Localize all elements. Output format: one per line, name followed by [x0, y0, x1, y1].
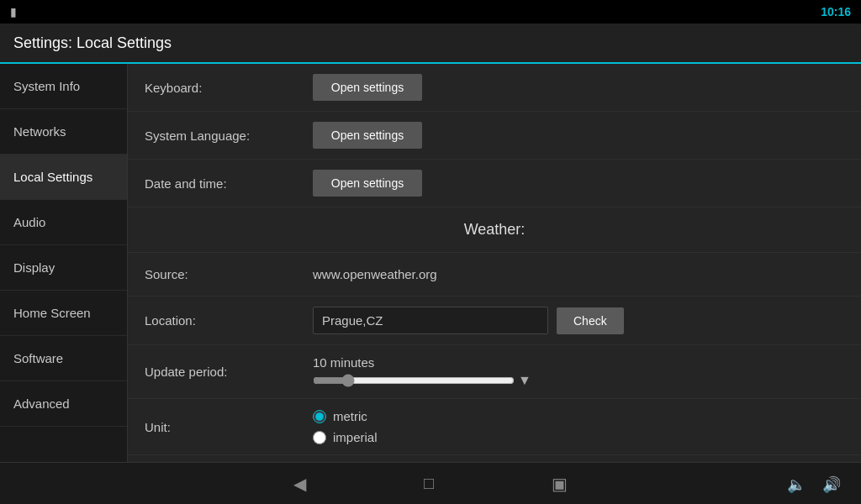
status-bar: ▮ 10:16 — [0, 0, 861, 24]
date-time-open-settings-button[interactable]: Open settings — [313, 170, 422, 197]
sidebar-item-home-screen[interactable]: Home Screen — [0, 291, 127, 336]
source-value: www.openweather.org — [313, 267, 437, 281]
content-area: Keyboard: Open settings System Language:… — [128, 64, 861, 462]
main-layout: System Info Networks Local Settings Audi… — [0, 64, 861, 462]
date-time-row: Date and time: Open settings — [128, 160, 861, 207]
source-row: Source: www.openweather.org — [128, 253, 861, 297]
unit-radio-group: metric imperial — [313, 409, 844, 444]
volume-up-icon[interactable]: 🔊 — [822, 475, 841, 494]
update-period-slider[interactable] — [313, 374, 515, 387]
battery-icon: ▮ — [10, 5, 17, 18]
source-label: Source: — [145, 267, 313, 281]
unit-metric-radio[interactable] — [313, 410, 326, 423]
sidebar-item-software[interactable]: Software — [0, 336, 127, 381]
sidebar-item-audio[interactable]: Audio — [0, 200, 127, 245]
location-label: Location: — [145, 313, 313, 328]
check-button[interactable]: Check — [557, 307, 624, 334]
back-icon[interactable]: ◀ — [293, 474, 306, 494]
unit-label: Unit: — [145, 420, 313, 434]
bottom-right-volume-icons: 🔈 🔊 — [787, 475, 841, 494]
system-language-row: System Language: Open settings — [128, 112, 861, 160]
keyboard-row: Keyboard: Open settings — [128, 64, 861, 112]
unit-imperial-radio[interactable] — [313, 431, 326, 444]
unit-imperial-option[interactable]: imperial — [313, 430, 844, 444]
update-period-value: 10 minutes — [313, 355, 844, 370]
location-input[interactable] — [313, 307, 548, 334]
sidebar-item-networks[interactable]: Networks — [0, 109, 127, 155]
sidebar-item-local-settings[interactable]: Local Settings — [0, 155, 127, 200]
bottom-nav: ◀ □ ▣ — [0, 462, 861, 504]
sidebar: System Info Networks Local Settings Audi… — [0, 64, 128, 462]
home-icon[interactable]: □ — [424, 474, 434, 493]
sidebar-item-system-info[interactable]: System Info — [0, 64, 127, 109]
title-bar: Settings: Local Settings — [0, 24, 861, 64]
slider-arrow-icon: ▼ — [518, 373, 531, 388]
weather-section-header: Weather: — [128, 207, 861, 253]
unit-imperial-label: imperial — [333, 430, 378, 444]
volume-down-icon[interactable]: 🔈 — [787, 475, 806, 494]
system-language-label: System Language: — [145, 129, 313, 143]
system-language-open-settings-button[interactable]: Open settings — [313, 122, 422, 149]
sidebar-item-advanced[interactable]: Advanced — [0, 381, 127, 427]
unit-metric-option[interactable]: metric — [313, 409, 844, 423]
date-time-label: Date and time: — [145, 176, 313, 191]
page-title: Settings: Local Settings — [13, 34, 172, 52]
keyboard-label: Keyboard: — [145, 81, 313, 95]
status-time: 10:16 — [821, 5, 851, 18]
unit-metric-label: metric — [333, 409, 367, 423]
update-period-label: Update period: — [145, 365, 313, 379]
sidebar-item-display[interactable]: Display — [0, 245, 127, 291]
unit-row: Unit: metric imperial — [128, 399, 861, 455]
update-period-row: Update period: 10 minutes ▼ — [128, 345, 861, 399]
location-row: Location: Check — [128, 297, 861, 345]
recent-apps-icon[interactable]: ▣ — [552, 474, 568, 494]
keyboard-open-settings-button[interactable]: Open settings — [313, 74, 422, 101]
